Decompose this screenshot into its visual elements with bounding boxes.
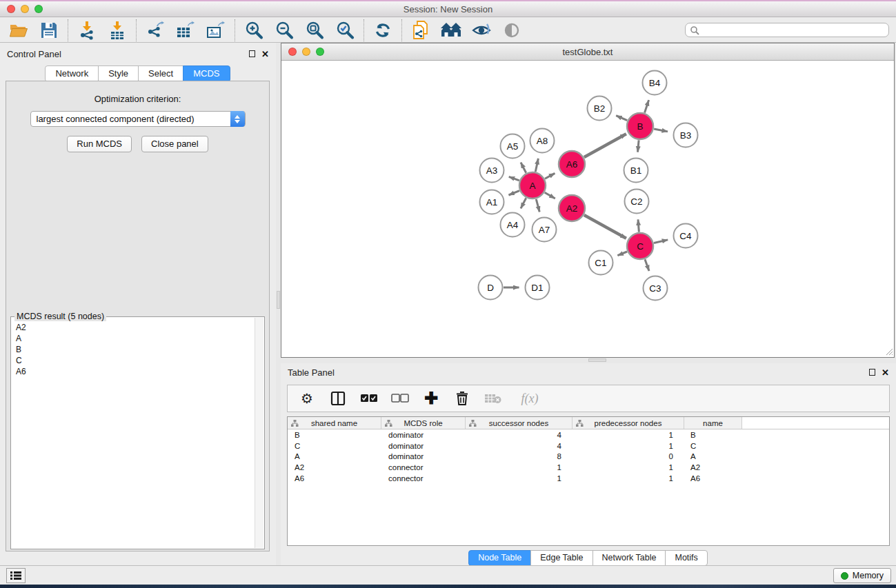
graph-edge-A6-B[interactable] [584, 134, 626, 157]
result-scrollbar[interactable] [255, 318, 263, 548]
tab-mcds[interactable]: MCDS [183, 65, 230, 82]
clone-network-button[interactable] [410, 20, 431, 41]
result-item[interactable]: A2 [16, 322, 255, 333]
graph-edge-B-B3[interactable] [654, 129, 668, 132]
result-item[interactable]: B [16, 344, 255, 355]
deselect-all-button[interactable] [392, 390, 408, 407]
hide-graphics-details-button[interactable] [471, 20, 492, 41]
graph-edge-A-A4[interactable] [521, 198, 526, 208]
column-header-name[interactable]: name [684, 417, 742, 429]
graph-edge-C-C2[interactable] [638, 219, 639, 232]
save-session-button[interactable] [39, 20, 59, 41]
float-panel-icon[interactable] [249, 50, 255, 57]
zoom-selected-button[interactable] [335, 20, 355, 41]
zoom-out-button[interactable] [274, 20, 295, 41]
close-table-panel-icon[interactable]: ✕ [882, 368, 889, 377]
delete-table-button[interactable] [485, 390, 501, 407]
graph-node-A3[interactable]: A3 [480, 159, 504, 183]
graph-node-C1[interactable]: C1 [589, 251, 613, 275]
graph-node-B1[interactable]: B1 [624, 159, 648, 183]
graph-node-B2[interactable]: B2 [588, 97, 612, 121]
export-image-button[interactable] [206, 20, 226, 41]
show-columns-button[interactable] [330, 390, 346, 407]
show-graphics-details-button[interactable] [501, 20, 522, 41]
graph-edge-B-B2[interactable] [616, 116, 627, 121]
table-row[interactable]: A6 connector 1 1 A6 [288, 473, 889, 484]
search-input[interactable] [685, 23, 889, 37]
network-canvas[interactable]: B4B2BB3A8A5A6A3B1AA1C2A2A4A7C4CC1C3DD1 [281, 61, 894, 356]
column-header-shared-name[interactable]: shared name [288, 417, 381, 429]
graph-edge-B-B4[interactable] [645, 100, 649, 113]
export-table-button[interactable] [175, 20, 196, 41]
show-tasks-button[interactable] [6, 568, 26, 583]
add-column-button[interactable]: ✚ [423, 390, 439, 407]
criterion-select[interactable]: largest connected component (directed) [30, 111, 246, 127]
refresh-view-button[interactable] [372, 20, 393, 41]
graph-node-B3[interactable]: B3 [674, 123, 698, 148]
graph-edge-A-A8[interactable] [535, 159, 538, 172]
table-row[interactable]: B dominator 4 1 B [288, 429, 889, 440]
float-table-panel-icon[interactable] [869, 369, 875, 376]
column-header-successor-nodes[interactable]: successor nodes [466, 417, 573, 429]
graph-node-A6[interactable]: A6 [559, 151, 585, 177]
delete-column-button[interactable] [454, 390, 470, 407]
table-settings-button[interactable]: ⚙ [299, 390, 315, 407]
tab-motifs[interactable]: Motifs [665, 550, 707, 566]
vertical-splitter[interactable] [276, 43, 281, 565]
graph-node-A8[interactable]: A8 [530, 129, 555, 153]
table-row[interactable]: A dominator 8 0 A [288, 452, 889, 463]
graph-node-B4[interactable]: B4 [643, 71, 667, 95]
graph-edge-A-A7[interactable] [536, 199, 539, 212]
home-view-button[interactable] [441, 20, 461, 41]
graph-node-A[interactable]: A [519, 172, 546, 199]
close-panel-icon[interactable]: ✕ [261, 50, 269, 59]
result-item[interactable]: A [16, 333, 255, 344]
mcds-result-list[interactable]: A2 A B C A6 [12, 318, 255, 548]
graph-node-C3[interactable]: C3 [644, 276, 668, 301]
table-row[interactable]: C dominator 4 1 C [288, 440, 889, 452]
graph-edge-C-C1[interactable] [617, 252, 627, 256]
run-mcds-button[interactable]: Run MCDS [67, 136, 132, 152]
graph-edge-B-B1[interactable] [638, 140, 639, 152]
memory-button[interactable]: Memory [833, 568, 891, 583]
export-network-button[interactable] [145, 20, 166, 41]
column-header-predecessor-nodes[interactable]: predecessor nodes [573, 417, 684, 429]
apply-function-button[interactable]: f(x) [516, 390, 544, 407]
graph-node-B[interactable]: B [627, 113, 653, 139]
close-panel-button[interactable]: Close panel [141, 136, 208, 152]
import-table-button[interactable] [107, 20, 128, 41]
result-item[interactable]: C [16, 355, 255, 366]
tab-select[interactable]: Select [138, 65, 183, 82]
graph-edge-A-A5[interactable] [521, 163, 526, 173]
resize-grip-icon[interactable] [885, 347, 893, 356]
graph-node-A7[interactable]: A7 [532, 218, 557, 242]
graph-node-D[interactable]: D [479, 276, 503, 300]
graph-node-A4[interactable]: A4 [501, 213, 525, 237]
graph-node-A2[interactable]: A2 [559, 195, 585, 221]
tab-edge-table[interactable]: Edge Table [530, 550, 593, 566]
graph-edge-C-C4[interactable] [654, 240, 668, 243]
table-row[interactable]: A2 connector 1 1 A2 [288, 462, 889, 473]
graph-node-D1[interactable]: D1 [526, 276, 550, 300]
graph-node-A1[interactable]: A1 [480, 190, 504, 214]
graph-node-C2[interactable]: C2 [625, 190, 649, 214]
tab-node-table[interactable]: Node Table [468, 550, 531, 566]
graph-edge-A-A1[interactable] [509, 191, 520, 195]
select-all-button[interactable] [361, 390, 377, 407]
result-item[interactable]: A6 [16, 366, 255, 377]
import-network-button[interactable] [77, 20, 97, 41]
graph-node-C[interactable]: C [627, 233, 653, 259]
zoom-fit-button[interactable] [304, 20, 325, 41]
tab-network[interactable]: Network [45, 65, 99, 82]
graph-edge-A2-C[interactable] [584, 215, 626, 239]
graph-edge-C-C3[interactable] [645, 259, 649, 271]
open-session-button[interactable] [8, 20, 29, 41]
column-header-mcds-role[interactable]: MCDS role [381, 417, 466, 429]
graph-edge-A-A6[interactable] [545, 173, 555, 179]
graph-node-A5[interactable]: A5 [501, 134, 525, 159]
tab-style[interactable]: Style [98, 65, 139, 82]
graph-node-C4[interactable]: C4 [674, 224, 698, 248]
graph-edge-A-A3[interactable] [509, 176, 519, 181]
horizontal-splitter[interactable] [281, 358, 896, 363]
tab-network-table[interactable]: Network Table [593, 550, 666, 566]
